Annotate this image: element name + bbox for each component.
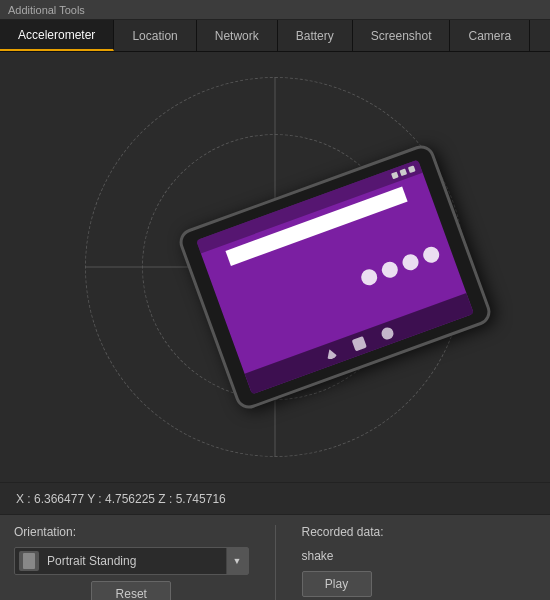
app-icon-1	[359, 267, 380, 288]
home-button	[352, 336, 367, 351]
tab-location[interactable]: Location	[114, 20, 196, 51]
recorded-data-section: Recorded data: shake Play	[302, 525, 537, 600]
status-icon-3	[408, 165, 416, 173]
reset-button[interactable]: Reset	[91, 581, 171, 600]
status-icon-1	[391, 172, 399, 180]
orientation-dropdown-arrow[interactable]	[226, 548, 248, 574]
panel-divider	[275, 525, 276, 600]
orientation-section: Orientation: Portrait Standing Reset	[14, 525, 249, 600]
status-icon-2	[399, 168, 407, 176]
back-button	[324, 347, 339, 361]
tab-bar: Accelerometer Location Network Battery S…	[0, 20, 550, 52]
recent-button	[380, 326, 395, 341]
coordinates-bar: X : 6.366477 Y : 4.756225 Z : 5.745716	[0, 482, 550, 514]
tab-accelerometer[interactable]: Accelerometer	[0, 20, 114, 51]
app-icon-2	[380, 260, 401, 281]
tab-network[interactable]: Network	[197, 20, 278, 51]
app-icon-4	[421, 245, 442, 266]
recorded-data-label: Recorded data:	[302, 525, 537, 539]
orientation-label: Orientation:	[14, 525, 249, 539]
accelerometer-canvas	[0, 52, 550, 482]
top-bar-title: Additional Tools	[8, 4, 85, 16]
orientation-value: Portrait Standing	[39, 554, 226, 568]
device-status-icons	[391, 165, 416, 179]
orientation-select[interactable]: Portrait Standing	[14, 547, 249, 575]
tab-camera[interactable]: Camera	[450, 20, 530, 51]
portrait-icon-inner	[23, 553, 35, 569]
coordinates-text: X : 6.366477 Y : 4.756225 Z : 5.745716	[16, 492, 226, 506]
play-button[interactable]: Play	[302, 571, 372, 597]
bottom-panel: Orientation: Portrait Standing Reset Rec…	[0, 514, 550, 600]
app-icon-3	[400, 252, 421, 273]
tab-screenshot[interactable]: Screenshot	[353, 20, 451, 51]
recorded-data-value: shake	[302, 547, 537, 565]
top-bar: Additional Tools	[0, 0, 550, 20]
tab-battery[interactable]: Battery	[278, 20, 353, 51]
portrait-icon	[19, 551, 39, 571]
